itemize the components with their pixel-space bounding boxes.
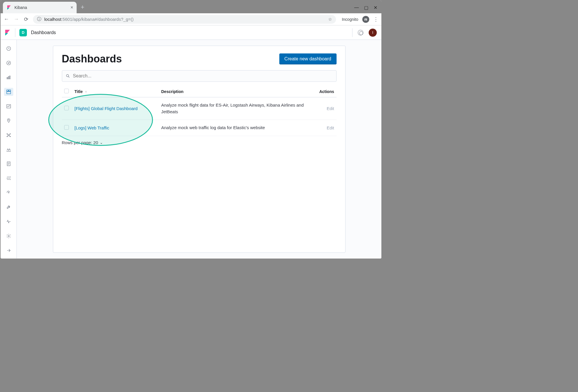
side-nav [1,40,17,259]
svg-rect-4 [364,18,367,19]
svg-rect-13 [9,90,10,91]
col-actions: Actions [311,86,337,97]
kibana-logo-icon[interactable] [4,29,11,36]
sidenav-infra-icon[interactable] [4,146,13,154]
svg-rect-11 [10,76,10,79]
chevron-down-icon: ⌄ [100,140,103,145]
row-checkbox[interactable] [64,106,69,110]
app-badge[interactable]: D [19,29,27,36]
svg-point-28 [66,75,69,77]
row-checkbox[interactable] [64,125,69,130]
dashboards-panel: Dashboards Create new dashboard Title ↑ [53,46,346,253]
svg-point-24 [7,178,8,179]
sidenav-uptime-icon[interactable] [4,189,13,197]
sidenav-ml-icon[interactable] [4,131,13,139]
svg-rect-10 [8,77,9,79]
svg-point-26 [8,192,9,193]
svg-point-2 [364,19,365,21]
kibana-favicon-icon [6,5,12,10]
svg-rect-12 [7,90,8,91]
table-row: [Flights] Global Flight Dashboard Analyz… [62,97,337,120]
rows-per-page[interactable]: Rows per page: 20 ⌄ [62,140,337,145]
svg-point-16 [8,119,9,120]
browser-window: Kibana × + — ▢ ✕ ← → ⟳ ⓘ localhost:5601/… [1,1,381,259]
sidenav-devtools-icon[interactable] [4,203,13,211]
bookmark-star-icon[interactable]: ☆ [328,17,332,22]
svg-point-23 [10,177,10,177]
sidenav-apm-icon[interactable] [4,174,13,182]
col-description[interactable]: Description [159,86,311,97]
svg-point-8 [7,61,11,65]
maximize-icon[interactable]: ▢ [364,5,368,10]
table-row: [Logs] Web Traffic Analyze mock web traf… [62,120,337,136]
close-window-icon[interactable]: ✕ [374,5,377,10]
dashboard-link[interactable]: [Logs] Web Traffic [75,125,109,130]
rows-per-page-label: Rows per page: 20 [62,140,98,145]
page-title: Dashboards [62,53,122,65]
incognito-label: Incognito [342,17,358,22]
tab-close-icon[interactable]: × [71,5,73,10]
url-host: localhost [44,17,61,22]
sidenav-discover-icon[interactable] [4,59,13,67]
sidenav-visualize-icon[interactable] [4,73,13,81]
sidenav-timelion-icon[interactable] [4,102,13,110]
incognito-icon[interactable] [362,16,369,23]
browser-tab[interactable]: Kibana × [3,2,77,13]
sidenav-collapse-icon[interactable] [4,246,13,254]
window-controls: — ▢ ✕ [354,5,381,10]
sidenav-maps-icon[interactable] [4,117,13,125]
svg-point-25 [10,179,10,180]
select-all-checkbox[interactable] [64,89,69,93]
sidenav-recent-icon[interactable] [4,44,13,53]
svg-marker-6 [5,33,8,36]
col-title-label: Title [75,89,83,94]
svg-rect-9 [7,77,8,79]
help-icon[interactable] [358,30,363,36]
browser-menu-icon[interactable]: ⋮ [373,16,378,23]
sidenav-management-icon[interactable] [4,232,13,240]
minimize-icon[interactable]: — [354,5,359,10]
sort-asc-icon: ↑ [85,90,87,94]
kibana-header: D Dashboards I [1,25,381,40]
edit-action[interactable]: Edit [327,125,334,130]
reload-icon[interactable]: ⟳ [23,16,29,23]
omnibox[interactable]: ⓘ localhost:5601/app/kibana#/dashboards?… [33,15,336,24]
search-box[interactable] [62,70,337,82]
sidenav-logs-icon[interactable] [4,160,13,168]
col-title[interactable]: Title ↑ [72,86,159,97]
divider [15,28,15,37]
create-dashboard-button[interactable]: Create new dashboard [279,53,337,64]
svg-marker-1 [7,8,10,10]
url-path: :5601/app/kibana#/dashboards?_g=() [61,17,134,22]
dashboard-link[interactable]: [Flights] Global Flight Dashboard [75,106,138,111]
browser-tabbar: Kibana × + — ▢ ✕ [1,1,381,13]
breadcrumb[interactable]: Dashboards [31,30,56,35]
back-icon[interactable]: ← [3,16,9,22]
kibana-body: Dashboards Create new dashboard Title ↑ [1,40,381,259]
dashboards-table: Title ↑ Description Actions [Flights] Gl… [62,86,337,136]
forward-icon: → [13,16,19,22]
avatar[interactable]: I [369,29,377,37]
divider [352,28,352,37]
sidenav-monitoring-icon[interactable] [4,218,13,226]
new-tab-button[interactable]: + [81,3,84,11]
edit-action[interactable]: Edit [327,106,334,111]
search-icon [66,74,70,78]
tab-title: Kibana [14,5,71,10]
row-description: Analyze mock web traffic log data for El… [159,120,311,136]
sidenav-dashboard-icon[interactable] [4,88,13,96]
workspace: Dashboards Create new dashboard Title ↑ [17,40,381,259]
search-input[interactable] [73,73,333,79]
svg-point-3 [366,19,367,21]
browser-addressbar: ← → ⟳ ⓘ localhost:5601/app/kibana#/dashb… [1,13,381,25]
svg-rect-14 [7,92,11,94]
row-description: Analyze mock flight data for ES-Air, Log… [159,97,311,120]
site-info-icon[interactable]: ⓘ [37,16,41,22]
svg-point-27 [8,235,9,237]
